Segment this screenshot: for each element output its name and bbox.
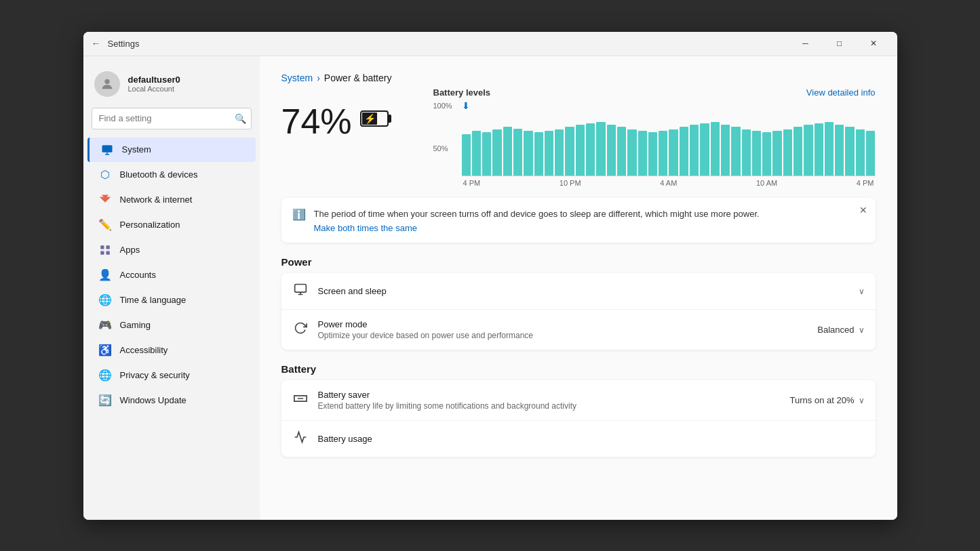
info-content: The period of time when your screen turn… bbox=[314, 207, 760, 234]
settings-window: ← Settings ─ □ ✕ defaultuser0 Local Acco… bbox=[83, 32, 897, 520]
chart-bar bbox=[545, 131, 553, 176]
window-content: defaultuser0 Local Account 🔍 System ⬡ Bl… bbox=[83, 56, 897, 520]
battery-saver-chevron: ∨ bbox=[859, 396, 865, 405]
breadcrumb: System › Power & battery bbox=[281, 73, 876, 83]
screen-sleep-row[interactable]: Screen and sleep ∨ bbox=[281, 273, 876, 310]
search-input[interactable] bbox=[92, 108, 252, 129]
user-info: defaultuser0 Local Account bbox=[128, 75, 180, 93]
sidebar-item-bluetooth[interactable]: ⬡ Bluetooth & devices bbox=[87, 163, 256, 187]
chart-bar bbox=[669, 129, 678, 176]
back-button[interactable]: ← bbox=[92, 38, 101, 49]
sidebar-item-update[interactable]: 🔄 Windows Update bbox=[87, 388, 256, 413]
chart-bar bbox=[793, 127, 802, 176]
x-label-4pm: 4 PM bbox=[463, 179, 481, 187]
chart-title: Battery levels bbox=[433, 87, 491, 98]
breadcrumb-parent[interactable]: System bbox=[281, 73, 313, 83]
battery-usage-row[interactable]: Battery usage bbox=[281, 421, 876, 457]
svg-rect-10 bbox=[388, 115, 391, 123]
chart-bar bbox=[721, 125, 730, 176]
y-label-50: 50% bbox=[433, 144, 448, 152]
x-label-4pm2: 4 PM bbox=[857, 179, 874, 187]
power-mode-dropdown[interactable]: Balanced bbox=[817, 325, 854, 335]
window-title: Settings bbox=[108, 39, 790, 49]
battery-charging-icon: ⚡ bbox=[360, 108, 393, 134]
chart-bar bbox=[576, 125, 585, 176]
sidebar-label-gaming: Gaming bbox=[120, 320, 151, 330]
sidebar-label-personalization: Personalization bbox=[120, 220, 180, 230]
power-mode-content: Power mode Optimize your device based on… bbox=[318, 319, 808, 340]
info-close-button[interactable]: ✕ bbox=[859, 205, 867, 216]
sidebar-item-gaming[interactable]: 🎮 Gaming bbox=[87, 313, 256, 338]
battery-saver-row[interactable]: Battery saver Extend battery life by lim… bbox=[281, 380, 876, 421]
sidebar-label-system: System bbox=[122, 144, 151, 155]
chart-bar bbox=[772, 131, 781, 176]
screen-sleep-content: Screen and sleep bbox=[318, 286, 849, 296]
power-card: Screen and sleep ∨ Power mode Optimize y… bbox=[281, 273, 876, 350]
chart-bar bbox=[815, 123, 823, 176]
svg-rect-5 bbox=[106, 245, 109, 249]
info-icon: ℹ️ bbox=[292, 208, 306, 221]
sidebar: defaultuser0 Local Account 🔍 System ⬡ Bl… bbox=[83, 56, 260, 520]
chart-bar bbox=[524, 131, 532, 176]
svg-rect-4 bbox=[100, 245, 104, 249]
battery-percent: 74% bbox=[281, 101, 352, 142]
screen-sleep-chevron: ∨ bbox=[859, 287, 865, 296]
power-mode-chevron: ∨ bbox=[859, 325, 865, 335]
sidebar-item-system[interactable]: System bbox=[87, 138, 256, 162]
chart-bar bbox=[825, 122, 834, 176]
sidebar-label-bluetooth: Bluetooth & devices bbox=[120, 169, 198, 180]
accessibility-icon: ♿ bbox=[98, 344, 112, 357]
battery-saver-value: Turns on at 20% ∨ bbox=[790, 395, 865, 405]
sidebar-label-privacy: Privacy & security bbox=[120, 370, 190, 380]
close-button[interactable]: ✕ bbox=[858, 33, 889, 54]
chart-bar bbox=[866, 131, 875, 176]
chart-bar bbox=[607, 125, 616, 176]
chart-bar bbox=[804, 125, 812, 176]
titlebar: ← Settings ─ □ ✕ bbox=[83, 32, 897, 56]
battery-saver-icon bbox=[292, 392, 309, 409]
svg-rect-12 bbox=[294, 285, 306, 293]
sidebar-item-time[interactable]: 🌐 Time & language bbox=[87, 288, 256, 312]
sidebar-label-update: Windows Update bbox=[120, 395, 187, 405]
chart-bar bbox=[586, 123, 595, 176]
battery-saver-subtitle: Extend battery life by limiting some not… bbox=[318, 401, 781, 411]
chart-bar bbox=[845, 127, 854, 176]
chart-bar bbox=[617, 127, 626, 176]
chart-bar bbox=[482, 132, 491, 176]
sidebar-item-accessibility[interactable]: ♿ Accessibility bbox=[87, 338, 256, 363]
avatar bbox=[94, 71, 120, 97]
chart-bar bbox=[835, 125, 844, 176]
charge-indicator-icon: ⬇ bbox=[462, 100, 470, 111]
x-label-4am: 4 AM bbox=[660, 179, 677, 187]
power-mode-row[interactable]: Power mode Optimize your device based on… bbox=[281, 310, 876, 350]
info-banner: ℹ️ The period of time when your screen t… bbox=[281, 198, 876, 243]
sidebar-label-apps: Apps bbox=[120, 245, 140, 255]
chart-bar bbox=[627, 129, 636, 176]
y-label-100: 100% bbox=[433, 102, 452, 110]
chart-bar bbox=[534, 132, 543, 176]
search-icon: 🔍 bbox=[235, 113, 246, 124]
chart-bar bbox=[856, 129, 865, 176]
sidebar-item-personalization[interactable]: ✏️ Personalization bbox=[87, 213, 256, 237]
sidebar-item-apps[interactable]: Apps bbox=[87, 238, 256, 262]
sidebar-item-privacy[interactable]: 🌐 Privacy & security bbox=[87, 363, 256, 388]
main-content: System › Power & battery 74% ⚡ bbox=[260, 56, 897, 520]
screen-sleep-title: Screen and sleep bbox=[318, 286, 849, 296]
chart-bar bbox=[565, 127, 574, 176]
system-icon bbox=[100, 143, 114, 157]
power-mode-value: Balanced ∨ bbox=[817, 325, 864, 335]
chart-bar bbox=[700, 123, 709, 176]
info-link[interactable]: Make both times the same bbox=[314, 223, 760, 233]
sidebar-item-network[interactable]: Network & internet bbox=[87, 188, 256, 212]
view-detailed-link[interactable]: View detailed info bbox=[806, 87, 876, 98]
minimize-button[interactable]: ─ bbox=[790, 33, 821, 54]
chart-bar bbox=[659, 131, 667, 176]
user-section: defaultuser0 Local Account bbox=[83, 64, 260, 108]
time-icon: 🌐 bbox=[98, 293, 112, 307]
chart-bar bbox=[555, 129, 564, 176]
chart-bar bbox=[596, 122, 605, 176]
battery-usage-content: Battery usage bbox=[318, 434, 865, 444]
sidebar-item-accounts[interactable]: 👤 Accounts bbox=[87, 263, 256, 287]
x-label-10pm: 10 PM bbox=[560, 179, 581, 187]
maximize-button[interactable]: □ bbox=[824, 33, 855, 54]
